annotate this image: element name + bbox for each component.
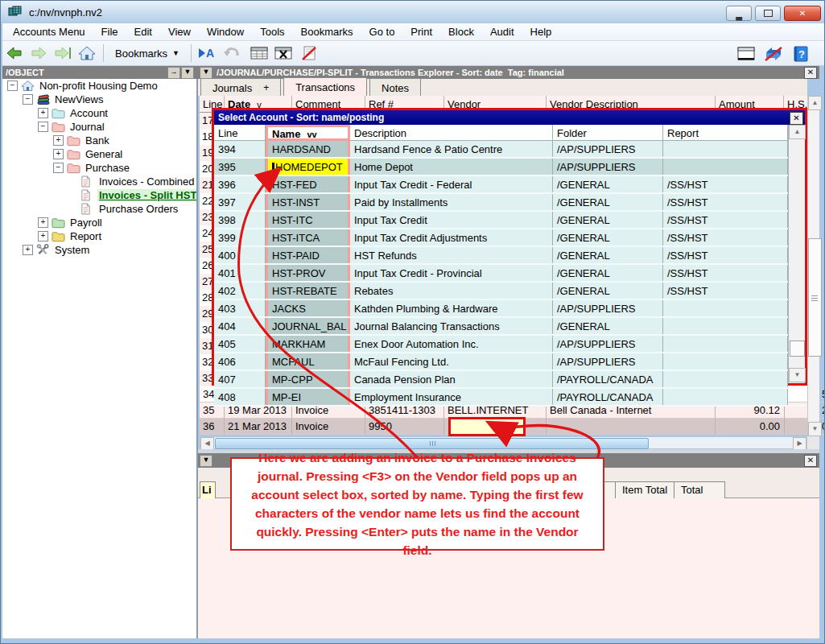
tab-notes[interactable]: Notes xyxy=(369,78,421,96)
tree-item-account[interactable]: +Account xyxy=(2,106,196,120)
menu-item-audit[interactable]: Audit xyxy=(482,24,522,39)
expand-icon[interactable]: + xyxy=(23,245,33,255)
menu-item-file[interactable]: File xyxy=(93,24,126,39)
collapse-icon[interactable]: − xyxy=(53,163,64,173)
popup-column-header-name[interactable]: Namevv xyxy=(266,125,350,141)
bookmarks-dropdown-button[interactable]: Bookmarks ▼ xyxy=(108,44,187,63)
tab-journals[interactable]: Journals+ xyxy=(200,78,281,96)
tree-item-bank[interactable]: +Bank xyxy=(2,134,196,147)
account-row-hst-itc[interactable]: 398HST-ITCInput Tax Credit/GENERAL/SS/HS… xyxy=(214,212,805,229)
account-row-markham[interactable]: 405MARKHAMEnex Door Automation Inc./AP/S… xyxy=(214,336,805,353)
detail-dropdown-icon[interactable]: ▼ xyxy=(200,455,212,467)
popup-cell-report xyxy=(663,300,788,316)
popup-scroll-down-icon[interactable]: ▼ xyxy=(789,368,806,382)
expand-icon[interactable]: + xyxy=(38,231,48,242)
horizontal-scrollbar-thumb[interactable] xyxy=(215,438,649,449)
menu-item-tools[interactable]: Tools xyxy=(252,24,292,39)
pane-arrow-right-icon[interactable]: → xyxy=(167,67,180,79)
explorer-close-icon[interactable]: ✕ xyxy=(804,67,817,79)
menu-item-print[interactable]: Print xyxy=(402,24,440,39)
tree-item-general[interactable]: +General xyxy=(2,147,196,161)
tree-item-purchase[interactable]: −Purchase xyxy=(2,161,196,175)
popup-scrollbar[interactable]: ▲ ▼ xyxy=(788,125,805,382)
minimize-button[interactable]: ▃ xyxy=(726,6,752,21)
account-row-hst-fed[interactable]: 396HST-FEDInput Tax Credit - Federal/GEN… xyxy=(214,176,805,194)
maximize-button[interactable] xyxy=(755,6,781,21)
undo-icon[interactable] xyxy=(221,43,242,63)
menu-item-block[interactable]: Block xyxy=(440,24,482,39)
menu-item-go-to[interactable]: Go to xyxy=(361,24,403,39)
new-tab-icon[interactable]: + xyxy=(263,82,269,93)
account-row-hst-rebate[interactable]: 402HST-REBATERebates/GENERAL/SS/HST xyxy=(214,283,805,300)
expand-icon[interactable]: + xyxy=(38,217,48,228)
account-row-hst-prov[interactable]: 401HST-PROVInput Tax Credit - Provincial… xyxy=(214,265,805,283)
scroll-right-icon[interactable]: ▶ xyxy=(793,437,806,450)
menu-item-view[interactable]: View xyxy=(160,24,199,39)
popup-column-header-report[interactable]: Report xyxy=(663,125,788,141)
window-panel-icon[interactable] xyxy=(736,44,757,64)
expand-icon[interactable]: + xyxy=(53,149,64,159)
popup-title-bar[interactable]: Select Account - Sort: name/posting ✕ xyxy=(214,110,805,125)
tree-item-label: General xyxy=(84,148,124,160)
popup-column-header-folder[interactable]: Folder xyxy=(553,125,663,141)
pane-dropdown-icon[interactable]: ▼ xyxy=(181,67,194,79)
transfer-blocked-icon[interactable] xyxy=(763,44,784,64)
account-row-hardsand[interactable]: 394HARDSANDHardsand Fence & Patio Centre… xyxy=(214,141,805,159)
close-button[interactable]: ✕ xyxy=(784,6,821,21)
menu-item-edit[interactable]: Edit xyxy=(126,24,160,39)
menu-item-window[interactable]: Window xyxy=(199,24,252,39)
account-row-journal-bal[interactable]: 404JOURNAL_BALJournal Balancing Transact… xyxy=(214,318,805,336)
tree-item-payroll[interactable]: +Payroll xyxy=(2,216,196,229)
menu-item-help[interactable]: Help xyxy=(522,24,560,39)
tree-item-report[interactable]: +Report xyxy=(2,229,196,243)
forward-end-icon[interactable] xyxy=(52,43,73,63)
tree-item-non-profit-housing-demo[interactable]: −Non-profit Housing Demo xyxy=(2,79,196,93)
menu-item-bookmarks[interactable]: Bookmarks xyxy=(293,24,361,39)
tree-item-purchase-orders[interactable]: Purchase Orders xyxy=(2,202,196,216)
table-icon[interactable] xyxy=(249,43,270,63)
popup-scrollbar-thumb[interactable] xyxy=(790,341,805,357)
vertical-scrollbar-thumb[interactable] xyxy=(808,238,822,357)
account-row-mp-ei[interactable]: 408MP-EIEmployment Insurance/PAYROLL/CAN… xyxy=(214,389,805,407)
tree-item-newviews[interactable]: −NewViews xyxy=(2,93,196,106)
account-row-jacks[interactable]: 403JACKSKathden Plumbing & Hardware/AP/S… xyxy=(214,300,805,318)
scroll-up-icon[interactable]: ▲ xyxy=(808,96,822,110)
tree-item-invoices-split-hst[interactable]: Invoices - Split HST xyxy=(2,188,196,202)
account-row-hst-inst[interactable]: 397HST-INSTPaid by Installments/GENERAL/… xyxy=(214,194,805,212)
collapse-icon[interactable]: − xyxy=(38,122,48,132)
detail-close-icon[interactable]: ✕ xyxy=(804,455,817,467)
strike-entry-icon[interactable] xyxy=(299,43,320,63)
popup-column-header-description[interactable]: Description xyxy=(350,125,553,141)
run-auto-icon[interactable]: A xyxy=(197,43,218,63)
scroll-down-icon[interactable]: ▼ xyxy=(808,422,822,436)
explorer-dropdown-icon[interactable]: ▼ xyxy=(200,67,212,79)
help-icon[interactable]: ? xyxy=(790,44,811,64)
popup-cell-name: MP-EI xyxy=(266,389,350,405)
collapse-icon[interactable]: − xyxy=(23,94,33,105)
account-row-hst-paid[interactable]: 400HST-PAIDHST Refunds/GENERAL/SS/HST xyxy=(214,247,805,265)
forward-icon[interactable] xyxy=(28,43,49,63)
popup-column-header-line[interactable]: Line xyxy=(214,125,266,141)
account-row-mcfaul[interactable]: 406MCFAULMcFaul Fencing Ltd./AP/SUPPLIER… xyxy=(214,353,805,371)
account-row-mp-cpp[interactable]: 407MP-CPPCanada Pension Plan/PAYROLL/CAN… xyxy=(214,371,805,389)
popup-close-icon[interactable]: ✕ xyxy=(790,112,803,125)
table-close-icon[interactable] xyxy=(273,43,294,63)
back-icon[interactable] xyxy=(4,43,25,63)
tab-transactions[interactable]: Transactions xyxy=(283,77,367,96)
scroll-left-icon[interactable]: ◀ xyxy=(200,437,214,450)
vendor-field-highlight[interactable] xyxy=(448,417,526,436)
menu-item-accounts-menu[interactable]: Accounts Menu xyxy=(2,24,93,39)
popup-scroll-up-icon[interactable]: ▲ xyxy=(789,125,806,139)
collapse-icon[interactable]: − xyxy=(7,80,18,91)
title-bar[interactable]: c:/nv/nvnph.nv2 ▃ ✕ xyxy=(1,1,825,23)
home-icon[interactable] xyxy=(76,43,97,63)
tree-item-system[interactable]: +System xyxy=(2,243,196,257)
tree-item-journal[interactable]: −Journal xyxy=(2,120,196,134)
account-row-homedepot[interactable]: 395HOMEDEPOTHome Depot/AP/SUPPLIERS xyxy=(214,159,805,176)
tree-item-invoices-combined[interactable]: Invoices - Combined xyxy=(2,175,196,188)
expand-icon[interactable]: + xyxy=(38,108,48,118)
vertical-scrollbar[interactable]: ▲ ▼ xyxy=(807,96,819,436)
account-row-hst-itca[interactable]: 399HST-ITCAInput Tax Credit Adjustments/… xyxy=(214,229,805,247)
expand-icon[interactable]: + xyxy=(53,135,64,146)
horizontal-scrollbar[interactable]: ◀ ▶ xyxy=(200,436,807,449)
